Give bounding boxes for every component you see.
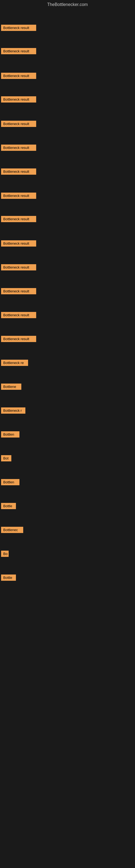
bottleneck-badge-20[interactable]: Bottlen bbox=[1, 479, 19, 485]
result-row-1[interactable]: Bottleneck result bbox=[1, 25, 36, 32]
site-title: TheBottlenecker.com bbox=[0, 0, 135, 9]
result-row-15[interactable]: Bottleneck re bbox=[1, 360, 28, 367]
bottleneck-badge-1[interactable]: Bottleneck result bbox=[1, 25, 36, 31]
bottleneck-badge-7[interactable]: Bottleneck result bbox=[1, 168, 36, 175]
bottleneck-badge-19[interactable]: Bot bbox=[1, 455, 11, 461]
bottleneck-badge-8[interactable]: Bottleneck result bbox=[1, 193, 36, 199]
result-row-11[interactable]: Bottleneck result bbox=[1, 264, 36, 272]
result-row-5[interactable]: Bottleneck result bbox=[1, 121, 36, 128]
bottleneck-badge-3[interactable]: Bottleneck result bbox=[1, 73, 36, 79]
bottleneck-badge-14[interactable]: Bottleneck result bbox=[1, 336, 36, 342]
result-row-23[interactable]: Bo bbox=[1, 551, 9, 558]
result-row-22[interactable]: Bottlenec bbox=[1, 527, 23, 534]
bottleneck-badge-21[interactable]: Bottle bbox=[1, 503, 16, 509]
bottleneck-badge-16[interactable]: Bottlene bbox=[1, 383, 21, 390]
result-row-2[interactable]: Bottleneck result bbox=[1, 48, 36, 55]
bottleneck-badge-22[interactable]: Bottlenec bbox=[1, 527, 23, 533]
result-row-13[interactable]: Bottleneck result bbox=[1, 312, 36, 319]
bottleneck-badge-18[interactable]: Bottlen bbox=[1, 431, 19, 437]
bottleneck-badge-11[interactable]: Bottleneck result bbox=[1, 264, 36, 271]
bottleneck-badge-17[interactable]: Bottleneck r bbox=[1, 407, 26, 414]
result-row-12[interactable]: Bottleneck result bbox=[1, 288, 36, 296]
bottleneck-badge-15[interactable]: Bottleneck re bbox=[1, 360, 28, 366]
result-row-18[interactable]: Bottlen bbox=[1, 431, 19, 439]
result-row-19[interactable]: Bot bbox=[1, 455, 11, 463]
result-row-6[interactable]: Bottleneck result bbox=[1, 145, 36, 152]
bottleneck-badge-5[interactable]: Bottleneck result bbox=[1, 121, 36, 127]
result-row-14[interactable]: Bottleneck result bbox=[1, 336, 36, 343]
result-row-21[interactable]: Bottle bbox=[1, 503, 16, 510]
result-row-10[interactable]: Bottleneck result bbox=[1, 240, 36, 248]
bottleneck-badge-4[interactable]: Bottleneck result bbox=[1, 96, 36, 102]
bottleneck-badge-24[interactable]: Bottle bbox=[1, 575, 16, 581]
result-row-9[interactable]: Bottleneck result bbox=[1, 216, 36, 223]
result-row-16[interactable]: Bottlene bbox=[1, 383, 21, 391]
bottleneck-badge-2[interactable]: Bottleneck result bbox=[1, 48, 36, 54]
result-row-3[interactable]: Bottleneck result bbox=[1, 73, 36, 80]
bottleneck-badge-23[interactable]: Bo bbox=[1, 551, 9, 557]
result-row-17[interactable]: Bottleneck r bbox=[1, 407, 26, 415]
bottleneck-badge-6[interactable]: Bottleneck result bbox=[1, 145, 36, 151]
bottleneck-badge-13[interactable]: Bottleneck result bbox=[1, 312, 36, 318]
results-container: Bottleneck resultBottleneck resultBottle… bbox=[0, 9, 135, 868]
result-row-4[interactable]: Bottleneck result bbox=[1, 96, 36, 104]
bottleneck-badge-9[interactable]: Bottleneck result bbox=[1, 216, 36, 222]
result-row-24[interactable]: Bottle bbox=[1, 575, 16, 582]
bottleneck-badge-12[interactable]: Bottleneck result bbox=[1, 288, 36, 294]
result-row-20[interactable]: Bottlen bbox=[1, 479, 19, 486]
result-row-7[interactable]: Bottleneck result bbox=[1, 168, 36, 176]
result-row-8[interactable]: Bottleneck result bbox=[1, 193, 36, 200]
bottleneck-badge-10[interactable]: Bottleneck result bbox=[1, 240, 36, 247]
